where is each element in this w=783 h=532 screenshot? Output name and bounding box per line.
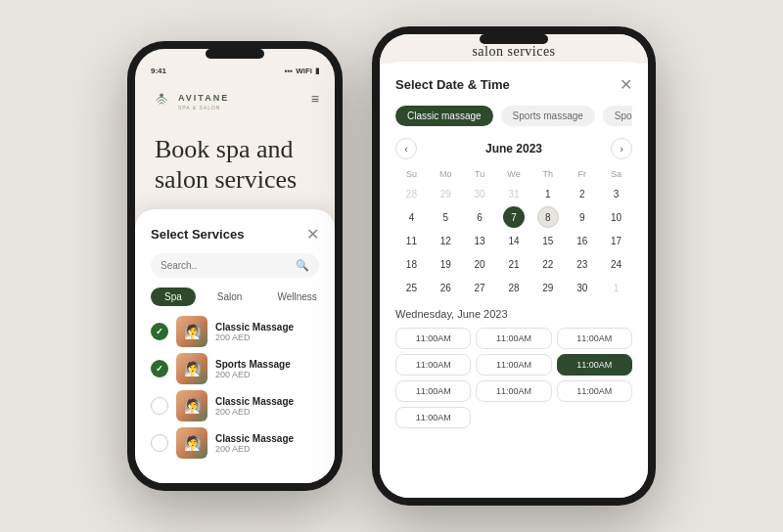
thumb-img-2: 🧖 — [176, 353, 207, 384]
service-name-1: Classic Massage — [215, 322, 319, 332]
cal-day-prev-30[interactable]: 30 — [469, 183, 490, 204]
cal-day-12[interactable]: 12 — [435, 230, 456, 251]
checkbox-4[interactable] — [151, 434, 168, 452]
cal-day-11[interactable]: 11 — [400, 230, 422, 251]
service-name-4: Classic Massage — [215, 433, 319, 444]
checkbox-2[interactable]: ✓ — [151, 360, 168, 377]
close-button[interactable]: ✕ — [306, 225, 319, 244]
cal-day-30[interactable]: 30 — [572, 277, 593, 298]
dt-close-button[interactable]: ✕ — [620, 75, 632, 94]
cal-day-13[interactable]: 13 — [469, 230, 490, 251]
cal-day-10[interactable]: 10 — [606, 206, 627, 228]
notch-1 — [206, 49, 264, 59]
cal-day-9[interactable]: 9 — [572, 206, 593, 228]
tab-wellness[interactable]: Wellness — [263, 288, 330, 306]
thumb-img-4: 🧖 — [176, 427, 207, 459]
time-slot-10[interactable]: 11:00AM — [395, 407, 471, 428]
stab-spo[interactable]: Spo — [603, 106, 632, 126]
checkbox-1[interactable]: ✓ — [151, 323, 168, 340]
cal-day-2[interactable]: 2 — [572, 183, 593, 204]
wifi-icon: WiFi — [296, 66, 312, 75]
selected-date-label: Wednesday, June 2023 — [395, 308, 632, 320]
time-slot-7[interactable]: 11:00AM — [395, 380, 471, 402]
cal-day-26[interactable]: 26 — [435, 277, 456, 298]
battery-icon: ▮ — [315, 66, 319, 75]
modal-header: Select Services ✕ — [151, 225, 319, 244]
cal-day-4[interactable]: 4 — [400, 206, 422, 228]
prev-month-button[interactable]: ‹ — [395, 138, 417, 159]
search-input[interactable] — [161, 260, 290, 271]
time-display: 9:41 — [151, 66, 166, 75]
cal-day-3[interactable]: 3 — [606, 183, 627, 204]
service-info-3: Classic Massage 200 AED — [215, 396, 319, 417]
phone-2: salon services Select Date & Time ✕ Clas… — [372, 26, 656, 506]
hero-text: Book spa and salon services — [135, 118, 335, 206]
tab-salon[interactable]: Salon — [204, 288, 256, 306]
service-info-2: Sports Massage 200 AED — [215, 359, 319, 379]
cal-day-16[interactable]: 16 — [572, 230, 593, 251]
app-header: AVITANE SPA & SALON ≡ — [135, 79, 335, 118]
stab-classic-massage[interactable]: Classic massage — [395, 106, 493, 126]
cal-day-15[interactable]: 15 — [537, 230, 559, 251]
service-thumb-2: 🧖 — [176, 353, 207, 384]
cal-day-19[interactable]: 19 — [435, 253, 456, 275]
tab-spa[interactable]: Spa — [151, 288, 196, 306]
cal-day-prev-31[interactable]: 31 — [503, 183, 525, 204]
service-name-3: Classic Massage — [215, 396, 319, 407]
dt-title: Select Date & Time — [395, 77, 510, 92]
menu-icon[interactable]: ≡ — [311, 91, 319, 107]
time-slot-1[interactable]: 11:00AM — [395, 328, 471, 349]
cal-day-23[interactable]: 23 — [572, 253, 593, 275]
search-icon: 🔍 — [296, 259, 309, 272]
cal-day-17[interactable]: 17 — [606, 230, 627, 251]
stab-sports-massage[interactable]: Sports massage — [501, 106, 595, 126]
service-info-4: Classic Massage 200 AED — [215, 433, 319, 454]
next-month-button[interactable]: › — [611, 138, 632, 159]
dow-tu: Tu — [464, 167, 496, 181]
check-icon: ✓ — [156, 364, 163, 374]
date-time-modal: Select Date & Time ✕ Classic massage Spo… — [380, 62, 648, 498]
cal-day-21[interactable]: 21 — [503, 253, 525, 275]
dow-th: Th — [531, 167, 564, 181]
cal-day-1[interactable]: 1 — [537, 183, 559, 204]
time-slot-9[interactable]: 11:00AM — [557, 380, 632, 402]
time-slot-2[interactable]: 11:00AM — [476, 328, 551, 349]
cal-day-20[interactable]: 20 — [469, 253, 490, 275]
logo-icon — [151, 88, 172, 110]
status-icons: ▪▪▪ WiFi ▮ — [285, 66, 319, 75]
cal-day-prev-29[interactable]: 29 — [435, 183, 456, 204]
logo-subtitle: SPA & SALON — [178, 105, 229, 111]
list-item: 🧖 Classic Massage 200 AED — [151, 427, 319, 459]
cal-day-6[interactable]: 6 — [469, 206, 490, 228]
service-price-2: 200 AED — [215, 370, 319, 379]
service-name-2: Sports Massage — [215, 359, 319, 370]
cal-day-27[interactable]: 27 — [469, 277, 490, 298]
cal-day-28[interactable]: 28 — [503, 277, 525, 298]
time-slot-4[interactable]: 11:00AM — [395, 354, 471, 376]
list-item: ✓ 🧖 Sports Massage 200 AED — [151, 353, 319, 384]
time-slot-8[interactable]: 11:00AM — [476, 380, 551, 402]
banner-title: salon services — [472, 44, 555, 59]
logo-area: AVITANE SPA & SALON — [151, 87, 229, 111]
svg-point-0 — [160, 94, 163, 98]
time-slot-3[interactable]: 11:00AM — [557, 328, 632, 349]
time-slot-6[interactable]: 11:00AM — [557, 354, 632, 376]
cal-day-18[interactable]: 18 — [400, 253, 422, 275]
cal-day-prev-28[interactable]: 28 — [400, 183, 422, 204]
cal-day-8[interactable]: 8 — [537, 206, 559, 228]
time-grid: 11:00AM 11:00AM 11:00AM 11:00AM 11:00AM … — [395, 328, 632, 428]
checkbox-3[interactable] — [151, 397, 168, 415]
service-info-1: Classic Massage 200 AED — [215, 322, 319, 342]
search-box[interactable]: 🔍 — [151, 253, 319, 278]
cal-day-24[interactable]: 24 — [606, 253, 627, 275]
cal-day-next-1[interactable]: 1 — [606, 277, 627, 298]
cal-day-5[interactable]: 5 — [435, 206, 456, 228]
cal-day-29[interactable]: 29 — [537, 277, 559, 298]
time-slot-5[interactable]: 11:00AM — [476, 354, 551, 376]
cal-day-7[interactable]: 7 — [503, 206, 525, 228]
select-services-modal: Select Services ✕ 🔍 Spa Salon Wellness ✓ — [135, 209, 335, 483]
cal-day-22[interactable]: 22 — [537, 253, 559, 275]
cal-day-14[interactable]: 14 — [503, 230, 525, 251]
cal-day-25[interactable]: 25 — [400, 277, 422, 298]
thumb-img-1: 🧖 — [176, 316, 207, 347]
